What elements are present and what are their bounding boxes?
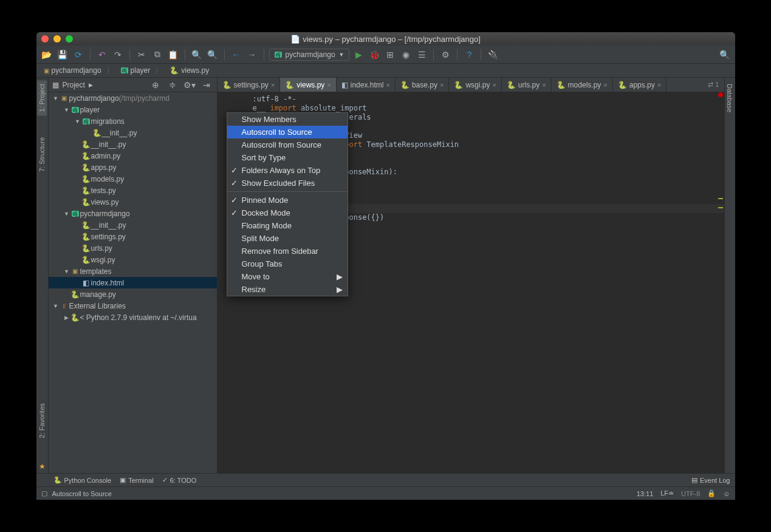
forward-icon[interactable]: → xyxy=(245,48,259,61)
tree-node[interactable]: ▼djpycharmdjango xyxy=(49,208,217,219)
menu-item[interactable]: ✓Docked Mode xyxy=(227,206,348,219)
terminal-button[interactable]: ▣Terminal xyxy=(120,476,154,484)
redo-icon[interactable]: ↷ xyxy=(111,48,125,61)
copy-icon[interactable]: ⧉ xyxy=(151,48,164,61)
tree-node[interactable]: 🐍views.py xyxy=(49,196,217,208)
breadcrumb-item[interactable]: ▣pycharmdjango xyxy=(40,64,117,77)
profile-icon[interactable]: ◉ xyxy=(399,48,413,61)
menu-item[interactable]: Remove from Sidebar xyxy=(227,245,348,257)
project-tree[interactable]: ▼▣pycharmdjango (/tmp/pycharmd▼djplayer▼… xyxy=(49,92,217,473)
close-window-button[interactable] xyxy=(41,35,49,43)
warning-mark-icon[interactable] xyxy=(718,207,723,208)
gear-icon[interactable]: ⚙▾ xyxy=(183,78,196,92)
search-everywhere-icon[interactable]: 🔍 xyxy=(718,48,732,61)
tab-overflow-icon[interactable]: ⇄ 1 xyxy=(703,78,724,92)
run-icon[interactable]: ▶ xyxy=(352,48,365,61)
favorites-tool-button[interactable]: 2: Favorites xyxy=(37,400,47,442)
menu-item[interactable]: Floating Mode xyxy=(227,219,348,232)
close-tab-icon[interactable]: × xyxy=(440,81,444,89)
zoom-window-button[interactable] xyxy=(66,35,73,43)
help-icon[interactable]: ? xyxy=(462,48,476,61)
menu-item[interactable]: Move to▶ xyxy=(227,270,348,283)
open-icon[interactable]: 📂 xyxy=(40,48,53,61)
editor-tab[interactable]: ◧index.html× xyxy=(337,78,396,92)
menu-item[interactable]: ✓Folders Always on Top xyxy=(227,164,348,177)
undo-icon[interactable]: ↶ xyxy=(95,48,109,61)
close-tab-icon[interactable]: × xyxy=(603,81,607,89)
tree-node[interactable]: 🐍wsgi.py xyxy=(49,254,217,265)
close-tab-icon[interactable]: × xyxy=(271,81,275,89)
structure-tool-button[interactable]: 7: Structure xyxy=(37,134,47,176)
tasks-icon[interactable]: ☰ xyxy=(415,48,428,61)
tree-node[interactable]: ▼▣pycharmdjango (/tmp/pycharmd xyxy=(49,92,217,104)
cursor-position[interactable]: 13:11 xyxy=(637,490,654,497)
error-mark-icon[interactable] xyxy=(718,92,723,97)
tree-node[interactable]: 🐍__init__.py xyxy=(49,219,217,231)
tree-node[interactable]: 🐍tests.py xyxy=(49,185,217,196)
lock-icon[interactable]: 🔒 xyxy=(707,489,716,497)
close-tab-icon[interactable]: × xyxy=(492,81,496,89)
menu-item[interactable]: Group Tabs xyxy=(227,257,348,270)
hide-icon[interactable]: ⇥ xyxy=(200,78,213,92)
paste-icon[interactable]: 📋 xyxy=(166,48,180,61)
tree-node[interactable]: 🐍models.py xyxy=(49,173,217,185)
tree-node[interactable]: ▼▣templates xyxy=(49,265,217,277)
close-tab-icon[interactable]: × xyxy=(386,81,389,89)
tree-node[interactable]: ▶🐍< Python 2.7.9 virtualenv at ~/.virtua xyxy=(49,312,217,323)
menu-item[interactable]: Resize▶ xyxy=(227,283,348,296)
line-ending[interactable]: LF≐ xyxy=(660,489,674,497)
collapse-all-icon[interactable]: ≑ xyxy=(166,78,179,92)
tree-node[interactable]: 🐍manage.py xyxy=(49,288,217,300)
file-encoding[interactable]: UTF-8 xyxy=(681,490,700,497)
chevron-right-icon[interactable]: ▶ xyxy=(89,82,93,88)
status-icon[interactable]: ▢ xyxy=(41,489,47,497)
deploy-icon[interactable]: 🔌 xyxy=(486,48,499,61)
replace-icon[interactable]: 🔍 xyxy=(206,48,219,61)
tree-node[interactable]: 🐍apps.py xyxy=(49,162,217,173)
editor-tab[interactable]: 🐍urls.py× xyxy=(502,78,552,92)
run-config-selector[interactable]: dj pycharmdjango ▼ xyxy=(269,49,350,61)
menu-item[interactable]: Sort by Type xyxy=(227,151,348,164)
favorites-star-icon[interactable]: ★ xyxy=(36,460,48,473)
python-console-button[interactable]: 🐍Python Console xyxy=(53,476,112,484)
menu-item[interactable]: Autoscroll from Source xyxy=(227,138,348,151)
breadcrumb-item[interactable]: 🐍views.py xyxy=(166,65,218,76)
close-tab-icon[interactable]: × xyxy=(657,81,661,89)
tree-node[interactable]: ▼djmigrations xyxy=(49,115,217,127)
editor-tab[interactable]: 🐍base.py× xyxy=(396,78,449,92)
menu-item[interactable]: Autoscroll to Source xyxy=(227,126,348,138)
event-log-button[interactable]: ▤Event Log xyxy=(691,476,730,484)
warning-mark-icon[interactable] xyxy=(718,198,723,199)
tree-node[interactable]: 🐍__init__.py xyxy=(49,138,217,150)
find-icon[interactable]: 🔍 xyxy=(190,48,204,61)
tree-node[interactable]: ◧index.html xyxy=(49,277,217,288)
minimize-window-button[interactable] xyxy=(53,35,61,43)
editor-tab[interactable]: 🐍apps.py× xyxy=(613,78,666,92)
editor-tab[interactable]: 🐍settings.py× xyxy=(218,78,281,92)
editor-tab[interactable]: 🐍models.py× xyxy=(552,78,613,92)
database-tool-button[interactable]: Database xyxy=(725,80,735,116)
menu-item[interactable]: ✓Show Excluded Files xyxy=(227,177,348,189)
back-icon[interactable]: ← xyxy=(230,48,243,61)
tree-node[interactable]: ▼⫴External Libraries xyxy=(49,300,217,312)
close-tab-icon[interactable]: × xyxy=(327,81,331,89)
sync-icon[interactable]: ⟳ xyxy=(72,48,85,61)
todo-button[interactable]: ✓6: TODO xyxy=(162,476,197,484)
editor-tab[interactable]: 🐍wsgi.py× xyxy=(449,78,501,92)
menu-item[interactable]: Show Members xyxy=(227,113,348,126)
settings-icon[interactable]: ⚙ xyxy=(439,48,452,61)
tree-node[interactable]: ▼djplayer xyxy=(49,104,217,115)
tree-node[interactable]: 🐍admin.py xyxy=(49,150,217,162)
breadcrumb-item[interactable]: djplayer xyxy=(117,64,166,77)
coverage-icon[interactable]: ⊞ xyxy=(383,48,397,61)
project-tool-button[interactable]: 1: Project xyxy=(37,80,47,115)
cut-icon[interactable]: ✂ xyxy=(135,48,148,61)
close-tab-icon[interactable]: × xyxy=(542,81,546,89)
menu-item[interactable]: Split Mode xyxy=(227,232,348,245)
tree-node[interactable]: 🐍urls.py xyxy=(49,242,217,254)
inspector-icon[interactable]: ☺ xyxy=(723,490,730,497)
save-icon[interactable]: 💾 xyxy=(56,48,69,61)
scroll-from-source-icon[interactable]: ⊕ xyxy=(149,78,162,92)
tree-node[interactable]: 🐍__init__.py xyxy=(49,127,217,138)
tree-node[interactable]: 🐍settings.py xyxy=(49,231,217,242)
